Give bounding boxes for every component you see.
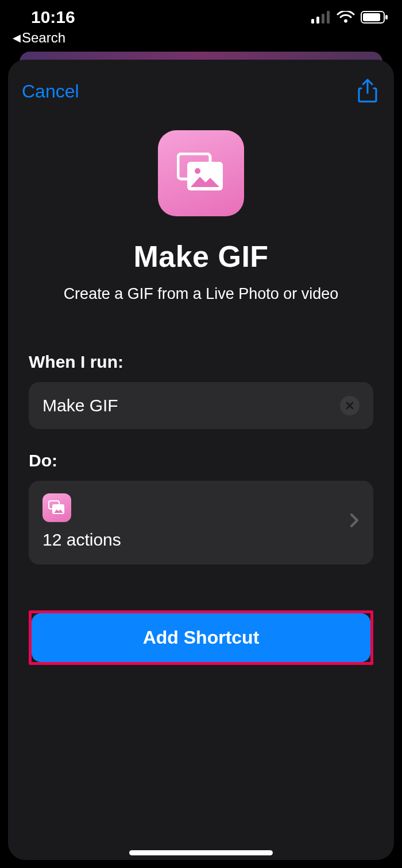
- do-label: Do:: [29, 451, 373, 470]
- svg-point-9: [195, 168, 200, 174]
- cellular-icon: [311, 11, 331, 24]
- actions-row[interactable]: 12 actions: [29, 481, 373, 565]
- back-label: Search: [22, 30, 65, 46]
- back-caret-icon: ◀: [13, 32, 21, 44]
- svg-rect-3: [327, 11, 330, 24]
- actions-mini-icon: [42, 493, 71, 522]
- share-icon: [357, 78, 378, 103]
- cta-highlight: Add Shortcut: [29, 610, 373, 665]
- svg-rect-1: [316, 17, 319, 24]
- share-button[interactable]: [355, 76, 380, 107]
- status-bar: 10:16: [0, 0, 402, 34]
- modal-sheet: Cancel Make GIF Create a GIF from a Live…: [8, 60, 394, 860]
- shortcut-subtitle: Create a GIF from a Live Photo or video: [64, 285, 339, 303]
- run-name-field[interactable]: Make GIF: [29, 382, 373, 429]
- cta-area: Add Shortcut: [8, 610, 394, 665]
- svg-rect-0: [311, 19, 314, 24]
- home-indicator[interactable]: [129, 850, 273, 855]
- clear-run-name-button[interactable]: [340, 396, 360, 415]
- photos-icon: [48, 500, 65, 515]
- svg-rect-5: [363, 13, 380, 21]
- chevron-right-icon: [349, 512, 360, 531]
- sheet-toolbar: Cancel: [8, 60, 394, 113]
- add-shortcut-button[interactable]: Add Shortcut: [32, 613, 370, 662]
- close-icon: [346, 402, 354, 410]
- cancel-button[interactable]: Cancel: [22, 81, 79, 102]
- wifi-icon: [337, 11, 355, 24]
- svg-rect-2: [322, 14, 324, 24]
- actions-count: 12 actions: [42, 530, 121, 550]
- svg-rect-6: [385, 15, 388, 20]
- do-section: Do: 12 actions: [8, 429, 394, 565]
- photos-icon: [177, 153, 225, 194]
- shortcut-title: Make GIF: [133, 239, 268, 274]
- battery-icon: [361, 11, 388, 24]
- when-i-run-label: When I run:: [29, 352, 373, 372]
- actions-row-content: 12 actions: [42, 493, 121, 550]
- when-i-run-section: When I run: Make GIF: [8, 308, 394, 429]
- back-to-search[interactable]: ◀ Search: [13, 30, 65, 46]
- shortcut-app-icon: [158, 130, 244, 216]
- shortcut-hero: Make GIF Create a GIF from a Live Photo …: [8, 113, 394, 308]
- run-name-value: Make GIF: [42, 396, 118, 415]
- status-time: 10:16: [31, 7, 75, 27]
- status-indicators: [311, 11, 388, 24]
